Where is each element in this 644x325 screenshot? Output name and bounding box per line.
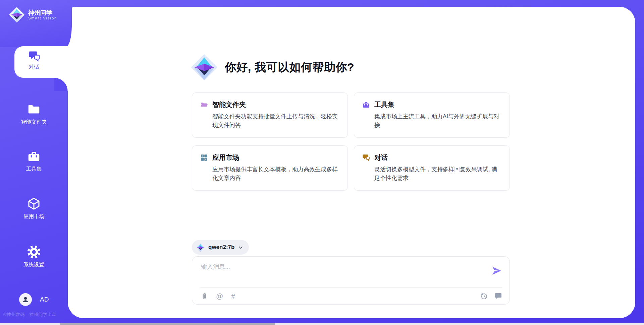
- toolbox-icon: [362, 101, 370, 109]
- history-icon: [480, 292, 488, 300]
- card-description: 应用市场提供丰富长文本模板，助力高效生成多样化文章内容: [212, 165, 339, 182]
- greeting-block: 你好, 我可以如何帮助你?: [191, 54, 354, 81]
- toolbox-icon: [27, 149, 41, 163]
- sidebar-item-chat[interactable]: 对话: [14, 46, 71, 78]
- history-button[interactable]: [480, 292, 488, 300]
- mention-button[interactable]: @: [216, 292, 223, 300]
- card-title: 应用市场: [212, 153, 239, 162]
- paperclip-icon: [201, 292, 208, 300]
- input-toolbar: @ #: [200, 288, 502, 304]
- model-logo-icon: [196, 243, 205, 252]
- sidebar-item-smart-folder[interactable]: 智能文件夹: [0, 103, 68, 126]
- greeting-title: 你好, 我可以如何帮助你?: [225, 60, 354, 75]
- card-chat[interactable]: 对话 灵活切换多模型文件，支持多样回复效果调试, 满足个性化需求: [354, 145, 510, 191]
- person-icon: [21, 296, 30, 304]
- gear-icon: [27, 245, 41, 259]
- card-title: 工具集: [374, 100, 394, 109]
- card-app-market[interactable]: 应用市场 应用市场提供丰富长文本模板，助力高效生成多样化文章内容: [192, 145, 348, 191]
- send-icon: [491, 265, 502, 276]
- avatar: [19, 293, 32, 306]
- brand-logo-icon: [9, 7, 25, 23]
- user-account[interactable]: AD: [19, 293, 49, 306]
- brand-diamond-icon: [191, 54, 218, 81]
- feature-cards: 智能文件夹 智能文件夹功能支持批量文件上传与清洗，轻松实现文件问答 工具集 集成…: [192, 92, 510, 191]
- card-title: 对话: [374, 153, 388, 162]
- scrollbar-thumb[interactable]: [60, 323, 275, 325]
- folder-open-icon: [200, 101, 208, 109]
- cube-icon: [27, 197, 41, 210]
- card-description: 集成市场上主流工具，助力AI与外界无缝扩展与对接: [374, 112, 501, 129]
- message-input-box: @ #: [192, 256, 510, 305]
- sidebar-item-label: 应用市场: [0, 213, 68, 220]
- comment-icon: [494, 292, 502, 300]
- message-input[interactable]: [200, 262, 483, 285]
- app-window: 你好, 我可以如何帮助你? 智能文件夹 智能文件夹功能支持批量文件上传与清洗，轻…: [0, 0, 644, 325]
- folder-icon: [27, 103, 41, 116]
- sidebar-item-app-market[interactable]: 应用市场: [0, 197, 68, 220]
- attach-button[interactable]: [200, 292, 208, 300]
- user-initials: AD: [40, 296, 49, 303]
- brand-subtitle: Smart Vision: [28, 16, 57, 20]
- hashtag-button[interactable]: #: [231, 292, 235, 300]
- card-description: 智能文件夹功能支持批量文件上传与清洗，轻松实现文件问答: [212, 112, 339, 129]
- tab-corner-fillet: [54, 78, 68, 91]
- card-description: 灵活切换多模型文件，支持多样回复效果调试, 满足个性化需求: [374, 165, 501, 182]
- card-smart-folder[interactable]: 智能文件夹 智能文件夹功能支持批量文件上传与清洗，轻松实现文件问答: [192, 92, 348, 138]
- sidebar-item-settings[interactable]: 系统设置: [0, 245, 68, 268]
- brand-name: 神州问学: [28, 9, 57, 16]
- sidebar-item-toolset[interactable]: 工具集: [0, 149, 68, 173]
- chat-icon: [28, 50, 40, 62]
- card-title: 智能文件夹: [212, 100, 246, 109]
- sidebar-item-label: 智能文件夹: [0, 119, 68, 126]
- comment-button[interactable]: [494, 292, 502, 300]
- horizontal-scrollbar[interactable]: [0, 323, 644, 325]
- sidebar-item-label: 工具集: [0, 166, 68, 173]
- chat-icon: [362, 154, 370, 161]
- model-name: qwen2:7b: [208, 244, 234, 251]
- grid-icon: [200, 154, 208, 161]
- send-button[interactable]: [491, 265, 502, 276]
- sidebar-item-label: 系统设置: [0, 261, 68, 268]
- sidebar-item-label: 对话: [14, 64, 54, 71]
- card-toolset[interactable]: 工具集 集成市场上主流工具，助力AI与外界无缝扩展与对接: [354, 92, 510, 138]
- copyright-text: ©神州数码 · 神州问学出品: [3, 312, 56, 318]
- model-selector[interactable]: qwen2:7b: [192, 240, 249, 255]
- main-content-panel: 你好, 我可以如何帮助你? 智能文件夹 智能文件夹功能支持批量文件上传与清洗，轻…: [68, 7, 635, 318]
- brand-area: 神州问学 Smart Vision: [0, 0, 72, 47]
- chevron-down-icon: [238, 245, 244, 250]
